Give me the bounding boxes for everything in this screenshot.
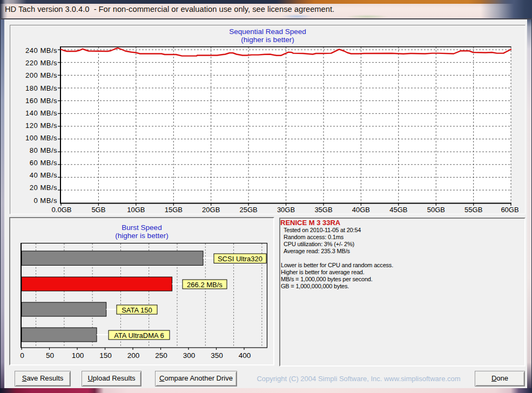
svg-text:120 MB/s: 120 MB/s — [25, 121, 57, 130]
svg-text:350: 350 — [211, 351, 223, 360]
svg-text:200: 200 — [127, 351, 140, 360]
svg-text:0.0GB: 0.0GB — [52, 206, 72, 214]
svg-text:0: 0 — [20, 351, 24, 360]
svg-text:SATA 150: SATA 150 — [122, 306, 152, 314]
svg-text:60 MB/s: 60 MB/s — [30, 159, 57, 167]
svg-text:150: 150 — [99, 351, 112, 360]
svg-text:60GB: 60GB — [501, 206, 518, 214]
svg-text:220 MB/s: 220 MB/s — [25, 59, 57, 67]
svg-text:50GB: 50GB — [427, 206, 445, 214]
svg-text:35GB: 35GB — [314, 206, 332, 214]
svg-text:5GB: 5GB — [91, 206, 105, 214]
svg-text:10GB: 10GB — [127, 206, 145, 214]
svg-text:SCSI Ultra320: SCSI Ultra320 — [218, 255, 262, 263]
svg-text:25GB: 25GB — [239, 206, 257, 214]
svg-text:140 MB/s: 140 MB/s — [25, 109, 57, 117]
svg-text:30GB: 30GB — [277, 206, 295, 214]
svg-text:250: 250 — [155, 351, 167, 360]
svg-text:50: 50 — [46, 351, 54, 360]
svg-text:40 MB/s: 40 MB/s — [30, 171, 57, 179]
svg-text:400: 400 — [239, 351, 251, 360]
svg-text:40GB: 40GB — [352, 206, 370, 214]
svg-text:100 MB/s: 100 MB/s — [25, 134, 57, 142]
svg-text:160 MB/s: 160 MB/s — [25, 97, 57, 105]
svg-text:240 MB/s: 240 MB/s — [25, 46, 57, 55]
svg-text:100: 100 — [72, 351, 84, 360]
svg-text:ATA UltraDMA 6: ATA UltraDMA 6 — [114, 331, 164, 340]
svg-text:20GB: 20GB — [202, 206, 220, 214]
svg-text:0 MB/s: 0 MB/s — [34, 196, 57, 205]
svg-text:15GB: 15GB — [165, 206, 183, 214]
svg-text:300: 300 — [183, 351, 196, 360]
svg-text:266.2 MB/s: 266.2 MB/s — [187, 281, 223, 289]
svg-text:55GB: 55GB — [464, 206, 482, 214]
svg-text:80 MB/s: 80 MB/s — [30, 146, 57, 154]
svg-text:45GB: 45GB — [389, 206, 407, 214]
svg-text:200 MB/s: 200 MB/s — [25, 71, 57, 79]
svg-text:20 MB/s: 20 MB/s — [30, 184, 57, 192]
svg-text:180 MB/s: 180 MB/s — [25, 84, 57, 92]
